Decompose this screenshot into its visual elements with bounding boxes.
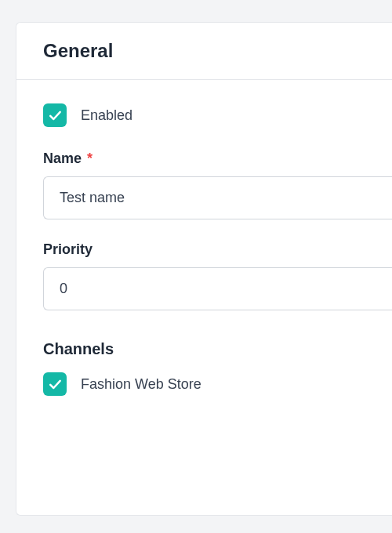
name-label: Name * <box>43 150 392 167</box>
channels-heading: Channels <box>43 340 392 358</box>
channel-label: Fashion Web Store <box>81 376 201 393</box>
priority-label: Priority <box>43 241 392 258</box>
card-body: Enabled Name * Priority Channels Fashion… <box>16 80 392 419</box>
enabled-row: Enabled <box>43 103 392 127</box>
card-header: General <box>16 23 392 80</box>
priority-input[interactable] <box>43 267 392 310</box>
priority-field-group: Priority <box>43 241 392 310</box>
name-field-group: Name * <box>43 150 392 219</box>
check-icon <box>47 107 63 123</box>
channel-checkbox[interactable] <box>43 372 67 396</box>
enabled-checkbox[interactable] <box>43 103 67 127</box>
channel-row: Fashion Web Store <box>43 372 392 396</box>
name-input[interactable] <box>43 176 392 219</box>
check-icon <box>47 376 63 392</box>
general-card: General Enabled Name * Priority Channels <box>16 22 392 516</box>
name-label-text: Name <box>43 150 82 166</box>
enabled-label: Enabled <box>81 107 132 124</box>
card-title: General <box>43 40 365 62</box>
required-mark: * <box>87 150 93 166</box>
